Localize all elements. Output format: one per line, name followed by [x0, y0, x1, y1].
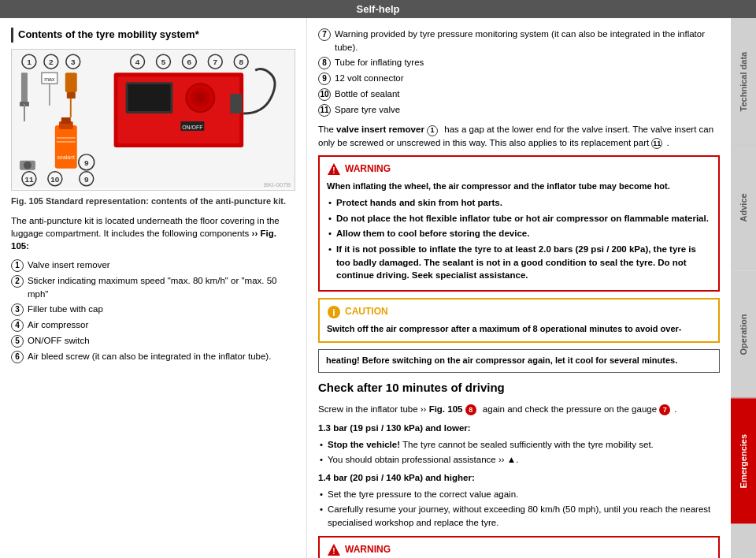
- svg-rect-29: [128, 84, 171, 111]
- info-box-text: heating! Before switching on the air com…: [326, 355, 677, 365]
- list-item: 9 12 volt connector: [318, 72, 720, 85]
- item-num-2: 2: [11, 275, 24, 288]
- svg-text:BKI-007B: BKI-007B: [264, 181, 291, 188]
- diagram-box: 1 2 3 4 5: [11, 49, 295, 191]
- svg-text:10: 10: [50, 175, 60, 184]
- pressure-title-1: 1.3 bar (19 psi / 130 kPa) and lower:: [318, 422, 720, 435]
- fig-caption-text: Standard representation: contents of the…: [46, 196, 286, 206]
- main-content: Self-help Contents of the tyre mobility …: [0, 0, 756, 558]
- pressure-2-list: Set the tyre pressure to the correct val…: [318, 488, 720, 530]
- svg-text:i: i: [332, 307, 335, 318]
- sidebar-item-advice[interactable]: Advice: [731, 144, 756, 270]
- list-item: 2 Sticker indicating maximum speed "max.…: [11, 274, 295, 300]
- tab-label-emergencies: Emergencies: [739, 434, 748, 488]
- list-item: 8 Tube for inflating tyres: [318, 56, 720, 69]
- item-num-10: 10: [318, 88, 331, 101]
- warning-text-1: When inflating the wheel, the air compre…: [327, 180, 711, 193]
- svg-rect-39: [57, 137, 76, 139]
- svg-text:sealant: sealant: [57, 154, 76, 160]
- components-list: 1 Valve insert remover 2 Sticker indicat…: [11, 259, 295, 363]
- sidebar-item-operation[interactable]: Operation: [731, 271, 756, 397]
- right-panel: 7 Warning provided by tyre pressure moni…: [307, 18, 731, 558]
- caution-circle-icon: i: [327, 305, 341, 319]
- item-num-8: 8: [318, 57, 331, 69]
- item-num-1: 1: [11, 259, 24, 272]
- body-intro: The anti-puncture kit is located underne…: [11, 214, 295, 252]
- list-item: 11 Spare tyre valve: [318, 103, 720, 117]
- info-box: heating! Before switching on the air com…: [318, 349, 720, 373]
- svg-text:2: 2: [49, 58, 54, 67]
- svg-text:7: 7: [213, 58, 218, 67]
- svg-text:!: !: [332, 166, 335, 175]
- svg-text:9: 9: [84, 175, 89, 184]
- svg-text:9: 9: [84, 158, 89, 167]
- svg-text:8: 8: [239, 58, 243, 67]
- warning-triangle-icon: !: [327, 162, 341, 177]
- valve-description: The valve insert remover 1 has a gap at …: [318, 123, 720, 149]
- tab-label-advice: Advice: [739, 194, 748, 222]
- svg-rect-35: [230, 94, 242, 113]
- svg-text:ON/OFF: ON/OFF: [182, 125, 202, 130]
- svg-rect-36: [55, 125, 77, 169]
- sidebar-item-safety[interactable]: Safety: [731, 524, 756, 558]
- section-title: Contents of the tyre mobility system*: [11, 28, 295, 43]
- diagram-inner: 1 2 3 4 5: [12, 50, 295, 190]
- warning-bullets-1: Protect hands and skin from hot parts. D…: [327, 196, 711, 282]
- screw-instructions: Screw in the inflator tube ›› Fig. 105 8…: [318, 403, 720, 415]
- sidebar-item-emergencies[interactable]: Emergencies: [731, 397, 756, 523]
- fig-label: Fig. 105: [11, 196, 43, 206]
- svg-rect-40: [57, 141, 76, 143]
- content-area: Contents of the tyre mobility system* 1: [0, 18, 756, 558]
- svg-rect-38: [61, 117, 71, 124]
- list-item: 4 Air compressor: [11, 318, 295, 332]
- item-num-11: 11: [318, 104, 331, 117]
- svg-text:5: 5: [161, 58, 166, 67]
- sidebar-item-technical-data[interactable]: Technical data: [731, 18, 756, 144]
- item-num-5: 5: [11, 335, 24, 348]
- svg-text:4: 4: [135, 58, 140, 67]
- svg-point-45: [24, 162, 32, 169]
- caution-box: i CAUTION Switch off the air compressor …: [318, 298, 720, 343]
- svg-rect-23: [65, 73, 77, 93]
- warning-header-2: ! WARNING: [327, 543, 711, 557]
- list-item: 5 ON/OFF switch: [11, 334, 295, 348]
- svg-point-32: [195, 93, 205, 102]
- svg-rect-17: [21, 73, 28, 105]
- check-title: Check after 10 minutes of driving: [318, 379, 720, 396]
- warning-box-1: ! WARNING When inflating the wheel, the …: [318, 155, 720, 292]
- components-list-right: 7 Warning provided by tyre pressure moni…: [318, 28, 720, 117]
- page-header: Self-help: [0, 0, 756, 18]
- caution-text: Switch off the air compressor after a ma…: [327, 323, 711, 336]
- item-num-9: 9: [318, 73, 331, 85]
- list-item: 1 Valve insert remover: [11, 259, 295, 272]
- pressure-1-list: Stop the vehicle! The tyre cannot be sea…: [318, 438, 720, 467]
- item-num-3: 3: [11, 303, 24, 316]
- list-item: 6 Air bleed screw (it can also be integr…: [11, 350, 295, 363]
- svg-rect-24: [67, 92, 76, 99]
- pressure-title-2: 1.4 bar (20 psi / 140 kPa) and higher:: [318, 471, 720, 485]
- warning-triangle-icon-2: !: [327, 543, 341, 557]
- sidebar-tabs: Technical data Advice Operation Emergenc…: [731, 18, 756, 558]
- svg-text:11: 11: [24, 175, 34, 184]
- warning-box-2: ! WARNING Driving with an unsealed tyre …: [318, 536, 720, 558]
- svg-text:!: !: [332, 547, 335, 556]
- list-item: 3 Filler tube with cap: [11, 303, 295, 316]
- item-num-6: 6: [11, 351, 24, 363]
- item-num-4: 4: [11, 319, 24, 332]
- header-title: Self-help: [357, 3, 400, 15]
- tab-label-operation: Operation: [739, 314, 748, 355]
- svg-text:6: 6: [187, 58, 192, 67]
- fig-caption: Fig. 105 Standard representation: conten…: [11, 195, 295, 208]
- svg-text:1: 1: [27, 58, 32, 67]
- svg-text:3: 3: [71, 58, 76, 67]
- svg-text:max: max: [44, 76, 55, 82]
- tab-label-technical: Technical data: [739, 52, 748, 112]
- caution-header: i CAUTION: [327, 305, 711, 319]
- item-num-7: 7: [318, 28, 331, 41]
- kit-diagram: 1 2 3 4 5: [12, 50, 295, 188]
- list-item: 7 Warning provided by tyre pressure moni…: [318, 28, 720, 54]
- left-panel: Contents of the tyre mobility system* 1: [0, 18, 307, 558]
- list-item: 10 Bottle of sealant: [318, 87, 720, 101]
- warning-header-1: ! WARNING: [327, 162, 711, 177]
